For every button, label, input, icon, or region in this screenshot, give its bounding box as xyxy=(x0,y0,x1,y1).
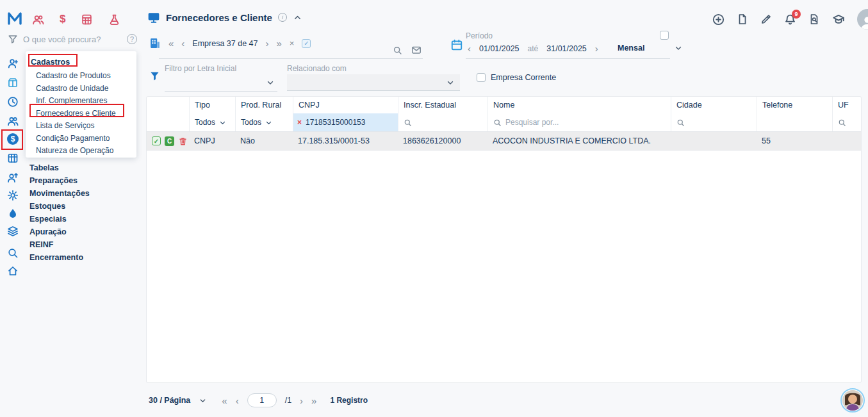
collapse-chevron-up-icon[interactable] xyxy=(293,13,302,22)
menu-item-cadastro-de-unidade[interactable]: Cadastro de Unidade xyxy=(26,83,136,95)
clock-icon[interactable] xyxy=(7,96,19,108)
package-icon[interactable] xyxy=(7,77,19,88)
sidebar-item-preparacoes[interactable]: Preparações xyxy=(29,174,90,187)
filter-cidade-search-icon xyxy=(676,119,685,127)
home-icon[interactable] xyxy=(7,265,19,277)
company-prev-button[interactable]: ‹ xyxy=(181,38,184,48)
filter-cnpj-input[interactable]: × 17185315000153 xyxy=(293,113,398,131)
filter-telefone-cell[interactable] xyxy=(757,113,832,131)
help-icon[interactable]: ? xyxy=(127,34,137,44)
gear-icon[interactable] xyxy=(7,190,19,201)
layers-icon[interactable] xyxy=(7,225,19,237)
page-prev-button[interactable]: ‹ xyxy=(236,396,239,405)
sidebar-item-encerramento[interactable]: Encerramento xyxy=(29,251,90,264)
row-delete-trash-icon[interactable] xyxy=(178,136,188,146)
row-checkbox[interactable]: ✓ xyxy=(152,136,161,145)
sidebar-item-especiais[interactable]: Especiais xyxy=(29,213,90,225)
filter-tipo-chevron-down-icon xyxy=(219,119,226,126)
menu-item-inf-complementares[interactable]: Inf. Complementares xyxy=(26,95,136,108)
dollar-module-icon[interactable]: $ xyxy=(60,13,65,26)
filter-funnel-icon[interactable] xyxy=(8,34,18,44)
flask-module-icon[interactable] xyxy=(108,13,120,26)
filter-prod-rural-dropdown[interactable]: Todos xyxy=(235,113,293,131)
company-current-checkbox[interactable] xyxy=(477,73,486,82)
period-start-date[interactable]: 01/01/2025 xyxy=(479,44,520,53)
people-module-icon[interactable] xyxy=(32,13,44,26)
related-filter-label: Relacionado com xyxy=(287,64,347,73)
filter-nome-input[interactable] xyxy=(505,118,666,127)
header-telefone[interactable]: Telefone xyxy=(757,97,832,113)
company-search-icon[interactable] xyxy=(393,45,402,55)
page-first-button[interactable]: « xyxy=(222,396,227,405)
filter-inscr-estadual-cell[interactable] xyxy=(398,113,487,131)
add-icon[interactable] xyxy=(712,13,725,26)
menu-section-cadastros[interactable]: Cadastros xyxy=(26,55,136,70)
company-clear-button[interactable]: × xyxy=(290,39,295,47)
info-icon[interactable]: i xyxy=(278,13,287,22)
ink-drop-icon[interactable] xyxy=(7,208,19,219)
period-label: Período xyxy=(466,31,493,40)
user-avatar[interactable] xyxy=(857,9,868,29)
filter-tipo-dropdown[interactable]: Todos xyxy=(189,113,235,131)
filter-prod-rural-value: Todos xyxy=(241,118,261,127)
period-checkbox[interactable] xyxy=(660,31,669,40)
sidebar-item-apuracao[interactable]: Apuração xyxy=(29,225,90,238)
support-chat-avatar[interactable] xyxy=(840,388,865,413)
fiscal-dollar-icon[interactable]: $ xyxy=(7,133,19,145)
person-add-icon[interactable] xyxy=(7,58,19,69)
document-search-icon[interactable] xyxy=(808,13,820,25)
per-page-selector[interactable]: 30 / Página xyxy=(149,396,190,405)
page-next-button[interactable]: › xyxy=(300,396,303,405)
menu-item-cadastro-de-produtos[interactable]: Cadastro de Produtos xyxy=(26,70,136,83)
calendar-grid-icon[interactable] xyxy=(7,152,19,164)
sign-icon[interactable] xyxy=(760,13,772,25)
per-page-chevron-down-icon[interactable] xyxy=(199,397,207,405)
search-strip-icon[interactable] xyxy=(7,247,19,259)
filter-prod-rural-chevron-down-icon xyxy=(265,119,272,126)
sidebar-item-reinf[interactable]: REINF xyxy=(29,238,90,251)
people-icon[interactable] xyxy=(7,115,19,127)
sidebar-item-tabelas[interactable]: Tabelas xyxy=(29,161,90,174)
letter-filter-chevron-down-icon[interactable] xyxy=(266,78,275,87)
table-row[interactable]: ✓ C CNPJ Não 17.185.315/0001-53 18636261… xyxy=(147,131,861,151)
period-mode-chevron-down-icon[interactable] xyxy=(674,44,683,53)
row-actions: ✓ C xyxy=(147,132,189,150)
document-icon[interactable] xyxy=(737,13,748,25)
graduation-cap-icon[interactable] xyxy=(832,13,845,26)
menu-item-fornecedores-e-cliente[interactable]: Fornecedores e Cliente xyxy=(26,108,136,120)
period-end-date[interactable]: 31/01/2025 xyxy=(546,44,587,53)
related-filter-select[interactable] xyxy=(287,74,460,91)
menu-item-condicao-pagamento[interactable]: Condição Pagamento xyxy=(26,133,136,145)
header-nome[interactable]: Nome xyxy=(487,97,671,113)
search-input[interactable] xyxy=(23,35,122,44)
person-upload-icon[interactable] xyxy=(7,172,19,183)
header-uf[interactable]: UF xyxy=(832,97,861,113)
sidebar-item-estoques[interactable]: Estoques xyxy=(29,200,90,213)
calculator-module-icon[interactable] xyxy=(81,13,93,26)
company-position-label[interactable]: Empresa 37 de 47 xyxy=(192,39,258,48)
period-next-button[interactable]: › xyxy=(595,44,598,53)
page-title: Fornecedores e Cliente xyxy=(166,12,272,23)
filter-uf-cell[interactable] xyxy=(832,113,861,131)
company-next-button[interactable]: › xyxy=(266,38,269,48)
row-inscr-estadual: 1863626120000 xyxy=(398,132,487,150)
menu-item-lista-de-servicos[interactable]: Lista de Serviços xyxy=(26,120,136,133)
company-last-button[interactable]: » xyxy=(277,38,282,48)
header-tipo[interactable]: Tipo xyxy=(189,97,235,113)
company-first-button[interactable]: « xyxy=(168,38,174,48)
page-last-button[interactable]: » xyxy=(311,396,316,405)
filter-cnpj-clear-icon[interactable]: × xyxy=(297,118,302,127)
page-number-input[interactable] xyxy=(247,393,277,407)
notifications-bell-icon[interactable]: 9 xyxy=(784,13,796,26)
company-filter-checkbox[interactable]: ✓ xyxy=(302,39,311,48)
mail-icon[interactable] xyxy=(411,45,422,55)
period-prev-button[interactable]: ‹ xyxy=(468,44,471,53)
menu-item-natureza-de-operacao[interactable]: Natureza de Operação xyxy=(26,145,136,158)
header-cidade[interactable]: Cidade xyxy=(671,97,757,113)
header-inscr-estadual[interactable]: Inscr. Estadual xyxy=(398,97,487,113)
filter-cidade-cell[interactable] xyxy=(671,113,757,131)
sidebar-item-movimentacoes[interactable]: Movimentações xyxy=(29,187,90,200)
header-cnpj[interactable]: CNPJ xyxy=(293,97,398,113)
period-mode-value[interactable]: Mensal xyxy=(618,44,644,53)
header-prod-rural[interactable]: Prod. Rural xyxy=(235,97,293,113)
